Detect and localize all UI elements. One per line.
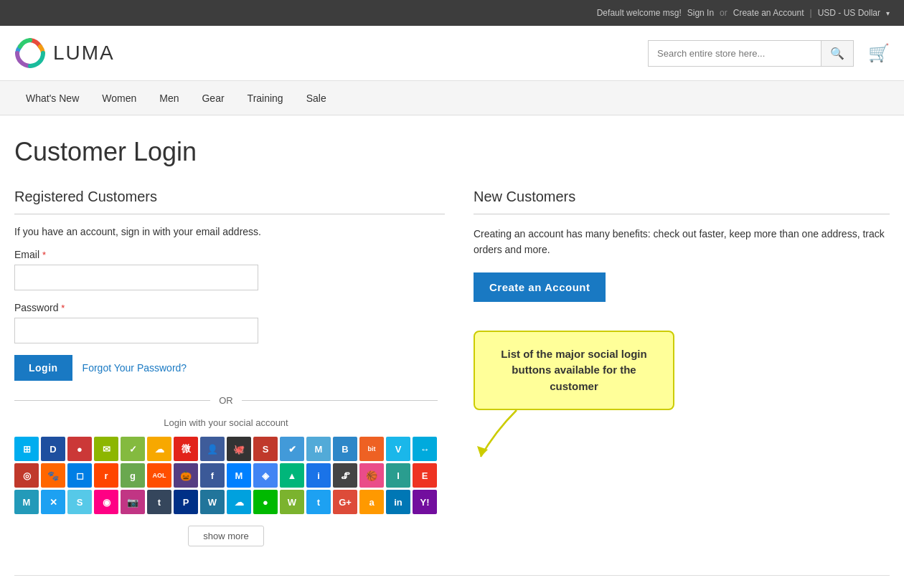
social-btn-salesforce[interactable]: ☁ [227, 490, 251, 514]
social-btn-squidoo[interactable]: S [253, 437, 278, 461]
social-btn-soundcloud[interactable]: ☁ [147, 437, 171, 461]
registered-customers-section: Registered Customers If you have an acco… [14, 189, 445, 546]
social-btn-paypal[interactable]: P [174, 490, 198, 514]
social-btn-meneame[interactable]: M [227, 463, 251, 488]
nav-item-whats-new[interactable]: What's New [14, 81, 90, 115]
social-btn-mailchimp2[interactable]: M [14, 490, 39, 514]
password-input[interactable] [14, 318, 258, 343]
social-btn-mailchimp[interactable]: 🎃 [174, 463, 198, 488]
registered-section-title: Registered Customers [14, 189, 445, 214]
social-btn-upwork[interactable]: ▲ [280, 463, 304, 488]
social-btn-amazon[interactable]: a [359, 490, 384, 514]
login-columns: Registered Customers If you have an acco… [14, 189, 890, 546]
social-btn-check[interactable]: ✓ [121, 437, 145, 461]
social-btn-evernote[interactable]: ✉ [94, 437, 118, 461]
page-bottom-border [14, 575, 890, 587]
password-label: Password * [14, 302, 445, 313]
logo-icon [14, 37, 46, 69]
registered-description: If you have an account, sign in with you… [14, 226, 445, 237]
social-btn-envato[interactable]: E [413, 463, 437, 488]
social-btn-tumblr[interactable]: t [147, 490, 171, 514]
social-btn-dribbble[interactable]: 🏀 [359, 463, 384, 488]
welcome-message: Default welcome msg! [597, 8, 682, 18]
social-btn-vimeo[interactable]: V [386, 437, 410, 461]
social-btn-delicious[interactable]: ◈ [253, 463, 278, 488]
top-bar: Default welcome msg! Sign In or Create a… [0, 0, 904, 26]
social-btn-link[interactable]: 🖇 [333, 463, 357, 488]
nav-item-sale[interactable]: Sale [295, 81, 338, 115]
social-btn-stumbleupon[interactable]: S [67, 490, 92, 514]
create-account-link-top[interactable]: Create an Account [733, 8, 804, 18]
social-btn-twitter[interactable]: t [306, 490, 331, 514]
social-btn-goodreads[interactable]: g [121, 463, 145, 488]
or-text: OR [210, 395, 242, 406]
social-login-label: Login with your social account [14, 417, 438, 428]
nav-item-men[interactable]: Men [148, 81, 190, 115]
social-btn-paw[interactable]: 🐾 [41, 463, 65, 488]
social-btn-wechat[interactable]: W [280, 490, 304, 514]
email-input[interactable] [14, 265, 258, 290]
nav-item-training[interactable]: Training [236, 81, 295, 115]
main-content: Customer Login Registered Customers If y… [0, 115, 904, 588]
password-field-row: Password * [14, 302, 445, 343]
social-btn-box[interactable]: B [333, 437, 357, 461]
social-btn-windows[interactable]: ⊞ [14, 437, 39, 461]
social-btn-lastfm[interactable]: ◎ [14, 463, 39, 488]
show-more-button[interactable]: show more [188, 526, 264, 546]
new-customers-section: New Customers Creating an account has ma… [474, 189, 890, 546]
or-divider: OR [14, 395, 438, 406]
social-btn-profile[interactable]: 👤 [200, 437, 225, 461]
currency-selector[interactable]: USD - US Dollar [818, 8, 880, 18]
signin-link[interactable]: Sign In [687, 8, 714, 18]
social-btn-flickr[interactable]: ◉ [94, 490, 118, 514]
social-btn-info[interactable]: i [306, 463, 331, 488]
pipe-separator: | [810, 8, 812, 18]
social-btn-npm[interactable]: ● [67, 437, 92, 461]
social-btn-dropbox[interactable]: ◻ [67, 463, 92, 488]
annotation-container: List of the major social login buttons a… [474, 331, 890, 461]
annotation-bubble: List of the major social login buttons a… [474, 331, 674, 411]
social-btn-reddit[interactable]: r [94, 463, 118, 488]
social-login-grid: ⊞D●✉✓☁微👤🐙S✔MBbitV↔◎🐾◻rgAOL🎃fM◈▲i🖇🏀IEM✕S◉… [14, 437, 438, 514]
social-btn-intuit[interactable]: I [386, 463, 410, 488]
social-btn-myspace[interactable]: M [306, 437, 331, 461]
logo[interactable]: LUMA [14, 37, 115, 69]
email-field-row: Email * [14, 249, 445, 290]
social-btn-instagram[interactable]: 📷 [121, 490, 145, 514]
social-btn-github[interactable]: 🐙 [227, 437, 251, 461]
create-account-button[interactable]: Create an Account [474, 272, 606, 302]
social-btn-line[interactable]: ● [253, 490, 278, 514]
password-required: * [61, 303, 65, 313]
login-actions: Login Forgot Your Password? [14, 355, 445, 381]
main-nav: What's New Women Men Gear Training Sale [0, 81, 904, 115]
social-btn-bitly[interactable]: bit [359, 437, 384, 461]
social-btn-linkedin[interactable]: in [386, 490, 410, 514]
social-btn-xing[interactable]: ✕ [41, 490, 65, 514]
nav-item-gear[interactable]: Gear [190, 81, 235, 115]
nav-item-women[interactable]: Women [90, 81, 148, 115]
social-btn-facebook[interactable]: f [200, 463, 225, 488]
social-btn-weibo[interactable]: 微 [174, 437, 198, 461]
social-btn-wordpress[interactable]: W [200, 490, 225, 514]
search-box: 🔍 [648, 40, 854, 67]
social-btn-yahoo[interactable]: Y! [413, 490, 437, 514]
social-btn-exchange[interactable]: ↔ [413, 437, 437, 461]
login-button[interactable]: Login [14, 355, 72, 381]
social-btn-googleplus[interactable]: G+ [333, 490, 357, 514]
page-title: Customer Login [14, 137, 890, 167]
search-button[interactable]: 🔍 [821, 41, 853, 66]
header-right: 🔍 🛒 [648, 40, 890, 67]
logo-text: LUMA [53, 42, 115, 65]
social-btn-taskboard[interactable]: ✔ [280, 437, 304, 461]
email-required: * [42, 250, 46, 260]
social-btn-disqus[interactable]: D [41, 437, 65, 461]
search-input[interactable] [649, 42, 821, 65]
forgot-password-link[interactable]: Forgot Your Password? [83, 362, 187, 374]
cart-icon[interactable]: 🛒 [868, 43, 890, 63]
header: LUMA 🔍 🛒 [0, 26, 904, 81]
or-separator: or [720, 8, 728, 18]
social-btn-aol[interactable]: AOL [147, 463, 171, 488]
annotation-text: List of the major social login buttons a… [501, 348, 646, 392]
annotation-arrow [474, 403, 617, 460]
currency-chevron-icon[interactable]: ▾ [886, 9, 890, 17]
